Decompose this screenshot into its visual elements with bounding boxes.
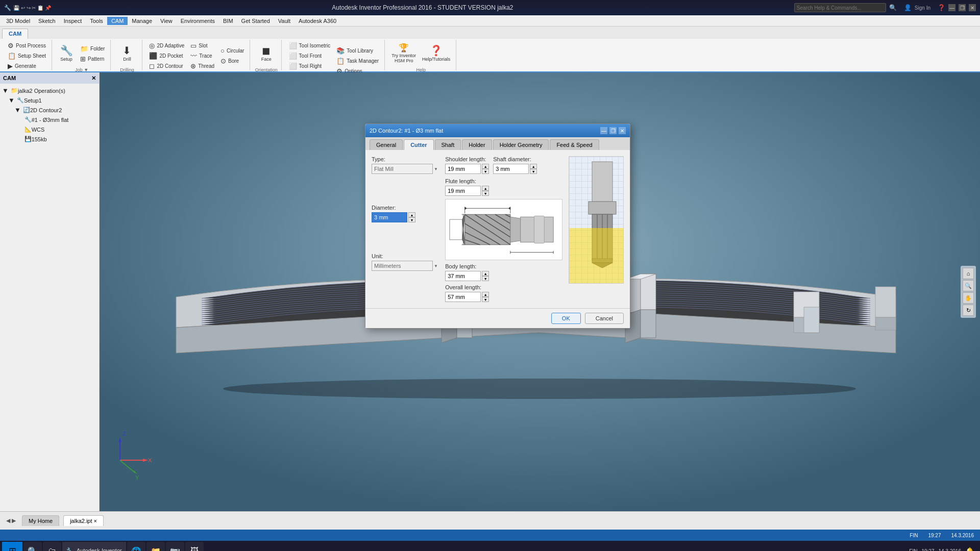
tool-diagram-svg [446,199,562,260]
taskbar-task-view-button[interactable]: 🗂 [43,542,61,551]
dialog-close-button[interactable]: ✕ [619,127,626,134]
tool-right-button[interactable]: ⬜ Tool Right [286,61,333,71]
menu-vault[interactable]: Vault [274,17,295,25]
sign-in-icon[interactable]: 👤 [904,4,912,11]
tree-item-2dcontour2[interactable]: ▼ 🔄 2D Contour2 [0,105,99,115]
shoulder-length-input[interactable] [445,164,481,174]
body-length-down[interactable]: ▼ [482,276,489,281]
circular-button[interactable]: ○ Circular [218,46,247,56]
dialog-restore-button[interactable]: ❐ [609,127,617,134]
type-input[interactable] [372,164,433,174]
shoulder-length-down[interactable]: ▼ [482,169,489,174]
folder-button[interactable]: 📁 Folder [78,44,107,54]
flute-length-up[interactable]: ▲ [482,186,489,191]
tool-library-button[interactable]: 📚 Tool Library [334,46,381,56]
start-button[interactable]: ⊞ [2,542,22,551]
2d-contour-button[interactable]: ◻ 2D Contour [146,61,187,71]
sign-in-label[interactable]: Sign In [915,5,930,11]
shoulder-length-up[interactable]: ▲ [482,164,489,169]
2d-pocket-button[interactable]: ⬛ 2D Pocket [146,51,187,61]
search-input[interactable] [794,3,886,12]
cancel-button[interactable]: Cancel [585,313,624,324]
tool-isometric-button[interactable]: ⬜ Tool Isometric [286,41,333,51]
tool-front-button[interactable]: ⬜ Tool Front [286,51,333,61]
dialog-tab-holder[interactable]: Holder [462,139,492,150]
menu-bim[interactable]: BIM [219,17,237,25]
tree-item-root[interactable]: ▼ 📁 jalka2 Operation(s) [0,86,99,95]
shaft-diameter-down[interactable]: ▼ [530,169,537,174]
overall-length-up[interactable]: ▲ [482,292,489,297]
trace-button[interactable]: 〰 Trace [188,51,217,61]
dialog-tab-feed-speed[interactable]: Feed & Speed [550,139,599,150]
tree-item-tool[interactable]: 🔧 #1 - Ø3mm flat [0,115,99,124]
menu-3dmodel[interactable]: 3D Model [2,17,34,25]
task-manager-button[interactable]: 📋 Task Manager [334,56,381,66]
type-dropdown-icon[interactable]: ▼ [434,167,438,171]
tool-preview-svg [569,157,624,284]
menu-cam[interactable]: CAM [107,17,128,25]
menu-a360[interactable]: Autodesk A360 [295,17,340,25]
try-inventor-button[interactable]: 🏆 Try InventorHSM Pro [389,41,419,66]
thread-button[interactable]: ⊛ Thread [188,61,217,71]
taskbar-explorer-button[interactable]: 📁 [146,542,165,551]
drill-button[interactable]: ⬇ Drill [117,41,137,66]
flute-length-input[interactable] [445,186,481,196]
tab-my-home[interactable]: My Home [22,515,59,526]
setup-button[interactable]: 🔧 Setup [56,41,77,66]
menu-sketch[interactable]: Sketch [34,17,60,25]
help-icon[interactable]: ❓ [938,4,945,11]
close-button[interactable]: ✕ [969,4,976,11]
dialog-tab-cutter[interactable]: Cutter [404,139,433,150]
menu-environments[interactable]: Environments [177,17,219,25]
tree-item-setup1[interactable]: ▼ 🔧 Setup1 [0,95,99,105]
search-icon[interactable]: 🔍 [889,4,897,11]
tray-notifications-button[interactable]: 🔔 [965,547,974,551]
diameter-down-button[interactable]: ▼ [408,217,415,222]
shaft-diameter-input[interactable] [493,164,529,174]
flute-length-down[interactable]: ▼ [482,191,489,196]
taskbar-browser-button[interactable]: 🌐 [127,542,145,551]
dialog-tab-shaft[interactable]: Shaft [435,139,461,150]
ribbon-tab-cam[interactable]: CAM [2,29,28,39]
tree-item-file[interactable]: 💾 155kb [0,134,99,144]
taskbar-search-button[interactable]: 🔍 [23,542,42,551]
dialog-tab-holder-geometry[interactable]: Holder Geometry [493,139,549,150]
diameter-up-button[interactable]: ▲ [408,212,415,217]
body-length-up[interactable]: ▲ [482,271,489,276]
unit-dropdown-icon[interactable]: ▼ [434,264,438,268]
shaft-diameter-up[interactable]: ▲ [530,164,537,169]
post-process-button[interactable]: ⚙ Post Process [5,41,48,51]
menu-view[interactable]: View [156,17,177,25]
dialog-minimize-button[interactable]: — [600,127,607,134]
taskbar-camera-button[interactable]: 📷 [166,542,184,551]
dialog-tab-general[interactable]: General [370,139,403,150]
viewport[interactable]: Z X Y ⌂ 🔍 ✋ ↻ 2D Contour2: #1 - Ø3 mm fl… [100,72,980,511]
cam-panel-close-icon[interactable]: ✕ [91,75,96,82]
tab-jalka2[interactable]: jalka2.ipt × [63,515,104,526]
menu-bar: 3D Model Sketch Inspect Tools CAM Manage… [0,15,980,27]
body-length-input[interactable] [445,271,481,281]
setup-sheet-button[interactable]: 📋 Setup Sheet [5,51,48,61]
minimize-button[interactable]: — [948,4,955,11]
tree-item-wcs[interactable]: 📐 WCS [0,124,99,134]
unit-input[interactable] [372,261,433,271]
generate-button[interactable]: ▶ Generate [5,61,48,71]
menu-inspect[interactable]: Inspect [60,17,86,25]
diameter-spinner: ▲ ▼ [408,212,415,222]
menu-manage[interactable]: Manage [128,17,156,25]
overall-length-down[interactable]: ▼ [482,297,489,302]
overall-length-input[interactable] [445,292,481,302]
2d-adaptive-button[interactable]: ◎ 2D Adaptive [146,41,187,51]
taskbar-inventor-app[interactable]: 🔧 Autodesk Inventor [62,542,126,551]
slot-button[interactable]: ▭ Slot [188,41,217,51]
help-tutorials-button[interactable]: ❓ Help/Tutorials [420,41,453,66]
bore-button[interactable]: ⊙ Bore [218,56,247,66]
restore-button[interactable]: ❐ [959,4,966,11]
menu-get-started[interactable]: Get Started [237,17,274,25]
ok-button[interactable]: OK [551,313,581,324]
taskbar-ps-button[interactable]: 🖼 [185,542,204,551]
pattern-button[interactable]: ⊞ Pattern [78,54,107,64]
menu-tools[interactable]: Tools [86,17,107,25]
diameter-input[interactable] [372,212,407,222]
face-button[interactable]: ◼ Face [256,41,277,66]
